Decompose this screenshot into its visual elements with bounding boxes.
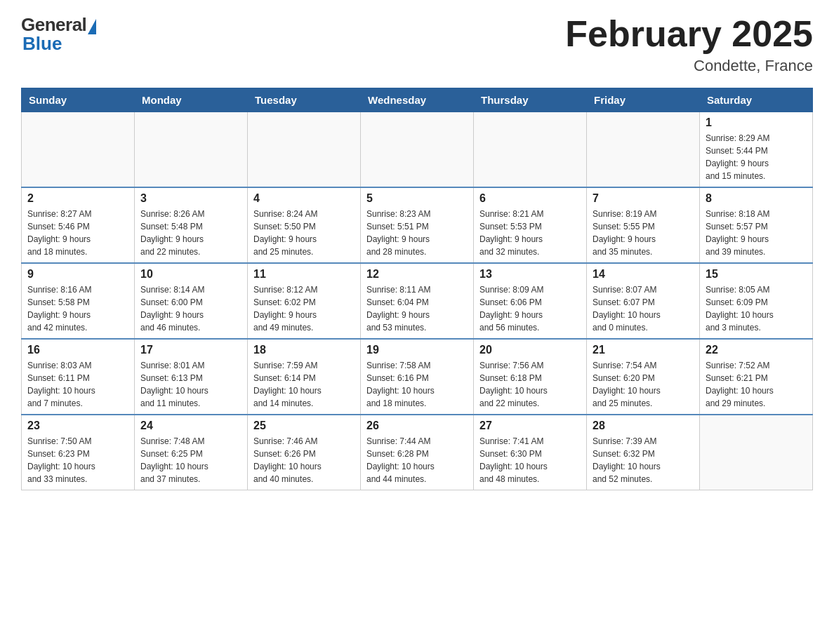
calendar-day-cell: 17Sunrise: 8:01 AMSunset: 6:13 PMDayligh… <box>135 339 248 415</box>
calendar-day-cell: 16Sunrise: 8:03 AMSunset: 6:11 PMDayligh… <box>22 339 135 415</box>
calendar-day-cell: 7Sunrise: 8:19 AMSunset: 5:55 PMDaylight… <box>587 187 700 263</box>
day-info: Sunrise: 8:16 AMSunset: 5:58 PMDaylight:… <box>27 283 128 334</box>
day-info: Sunrise: 7:39 AMSunset: 6:32 PMDaylight:… <box>593 435 694 485</box>
day-info: Sunrise: 8:03 AMSunset: 6:11 PMDaylight:… <box>27 359 128 410</box>
calendar-day-cell: 23Sunrise: 7:50 AMSunset: 6:23 PMDayligh… <box>22 415 135 490</box>
calendar-day-cell: 26Sunrise: 7:44 AMSunset: 6:28 PMDayligh… <box>361 415 474 490</box>
day-info: Sunrise: 8:26 AMSunset: 5:48 PMDaylight:… <box>140 208 241 258</box>
calendar-day-cell <box>587 112 700 188</box>
day-number: 2 <box>27 192 128 205</box>
calendar-day-cell: 21Sunrise: 7:54 AMSunset: 6:20 PMDayligh… <box>587 339 700 415</box>
day-number: 10 <box>140 268 241 281</box>
calendar-week-row: 2Sunrise: 8:27 AMSunset: 5:46 PMDaylight… <box>22 187 813 263</box>
calendar-day-cell: 5Sunrise: 8:23 AMSunset: 5:51 PMDaylight… <box>361 187 474 263</box>
day-info: Sunrise: 8:12 AMSunset: 6:02 PMDaylight:… <box>253 283 355 334</box>
calendar-day-header: Saturday <box>700 88 813 112</box>
calendar-day-cell: 22Sunrise: 7:52 AMSunset: 6:21 PMDayligh… <box>700 339 813 415</box>
day-number: 21 <box>593 344 694 356</box>
day-number: 4 <box>253 192 355 205</box>
calendar-day-cell: 13Sunrise: 8:09 AMSunset: 6:06 PMDayligh… <box>474 263 587 339</box>
day-number: 8 <box>706 192 807 205</box>
day-number: 15 <box>706 268 807 281</box>
day-number: 5 <box>366 192 468 205</box>
calendar-day-cell <box>361 112 474 188</box>
calendar-day-cell <box>22 112 135 188</box>
calendar-day-cell: 6Sunrise: 8:21 AMSunset: 5:53 PMDaylight… <box>474 187 587 263</box>
day-number: 12 <box>366 268 468 281</box>
calendar-day-header: Wednesday <box>361 88 474 112</box>
day-info: Sunrise: 8:29 AMSunset: 5:44 PMDaylight:… <box>706 132 807 182</box>
calendar-day-cell: 11Sunrise: 8:12 AMSunset: 6:02 PMDayligh… <box>248 263 361 339</box>
calendar-table: SundayMondayTuesdayWednesdayThursdayFrid… <box>21 88 813 490</box>
day-info: Sunrise: 7:54 AMSunset: 6:20 PMDaylight:… <box>593 359 694 410</box>
calendar-day-header: Tuesday <box>248 88 361 112</box>
day-info: Sunrise: 8:27 AMSunset: 5:46 PMDaylight:… <box>27 208 128 258</box>
calendar-week-row: 16Sunrise: 8:03 AMSunset: 6:11 PMDayligh… <box>22 339 813 415</box>
day-info: Sunrise: 7:48 AMSunset: 6:25 PMDaylight:… <box>140 435 241 485</box>
logo-blue-text: Blue <box>22 33 62 55</box>
day-info: Sunrise: 8:24 AMSunset: 5:50 PMDaylight:… <box>253 208 355 258</box>
calendar-day-cell: 18Sunrise: 7:59 AMSunset: 6:14 PMDayligh… <box>248 339 361 415</box>
day-info: Sunrise: 7:52 AMSunset: 6:21 PMDaylight:… <box>706 359 807 410</box>
calendar-day-cell <box>135 112 248 188</box>
calendar-day-header: Friday <box>587 88 700 112</box>
day-number: 18 <box>253 344 355 356</box>
calendar-day-cell: 12Sunrise: 8:11 AMSunset: 6:04 PMDayligh… <box>361 263 474 339</box>
calendar-day-cell: 9Sunrise: 8:16 AMSunset: 5:58 PMDaylight… <box>22 263 135 339</box>
day-info: Sunrise: 8:11 AMSunset: 6:04 PMDaylight:… <box>366 283 468 334</box>
day-number: 26 <box>366 420 468 432</box>
calendar-day-cell: 19Sunrise: 7:58 AMSunset: 6:16 PMDayligh… <box>361 339 474 415</box>
calendar-day-cell: 14Sunrise: 8:07 AMSunset: 6:07 PMDayligh… <box>587 263 700 339</box>
day-info: Sunrise: 8:19 AMSunset: 5:55 PMDaylight:… <box>593 208 694 258</box>
day-number: 23 <box>27 420 128 432</box>
day-number: 16 <box>27 344 128 356</box>
page-header: General Blue February 2025 Condette, Fra… <box>21 14 813 75</box>
calendar-day-cell: 27Sunrise: 7:41 AMSunset: 6:30 PMDayligh… <box>474 415 587 490</box>
day-number: 28 <box>593 420 694 432</box>
calendar-day-header: Thursday <box>474 88 587 112</box>
day-info: Sunrise: 8:05 AMSunset: 6:09 PMDaylight:… <box>706 283 807 334</box>
day-info: Sunrise: 8:21 AMSunset: 5:53 PMDaylight:… <box>479 208 581 258</box>
day-number: 11 <box>253 268 355 281</box>
calendar-day-cell: 8Sunrise: 8:18 AMSunset: 5:57 PMDaylight… <box>700 187 813 263</box>
day-number: 1 <box>706 116 807 129</box>
calendar-day-cell: 24Sunrise: 7:48 AMSunset: 6:25 PMDayligh… <box>135 415 248 490</box>
calendar-week-row: 9Sunrise: 8:16 AMSunset: 5:58 PMDaylight… <box>22 263 813 339</box>
calendar-day-header: Monday <box>135 88 248 112</box>
day-info: Sunrise: 7:44 AMSunset: 6:28 PMDaylight:… <box>366 435 468 485</box>
day-info: Sunrise: 8:14 AMSunset: 6:00 PMDaylight:… <box>140 283 241 334</box>
day-number: 19 <box>366 344 468 356</box>
day-info: Sunrise: 8:23 AMSunset: 5:51 PMDaylight:… <box>366 208 468 258</box>
calendar-day-cell: 15Sunrise: 8:05 AMSunset: 6:09 PMDayligh… <box>700 263 813 339</box>
page-subtitle: Condette, France <box>565 57 813 75</box>
calendar-day-cell <box>700 415 813 490</box>
day-info: Sunrise: 7:50 AMSunset: 6:23 PMDaylight:… <box>27 435 128 485</box>
day-info: Sunrise: 8:01 AMSunset: 6:13 PMDaylight:… <box>140 359 241 410</box>
day-info: Sunrise: 7:59 AMSunset: 6:14 PMDaylight:… <box>253 359 355 410</box>
day-number: 20 <box>479 344 581 356</box>
calendar-day-cell: 10Sunrise: 8:14 AMSunset: 6:00 PMDayligh… <box>135 263 248 339</box>
calendar-day-cell: 25Sunrise: 7:46 AMSunset: 6:26 PMDayligh… <box>248 415 361 490</box>
day-info: Sunrise: 7:58 AMSunset: 6:16 PMDaylight:… <box>366 359 468 410</box>
page-title: February 2025 <box>565 14 813 54</box>
day-info: Sunrise: 7:56 AMSunset: 6:18 PMDaylight:… <box>479 359 581 410</box>
calendar-week-row: 23Sunrise: 7:50 AMSunset: 6:23 PMDayligh… <box>22 415 813 490</box>
calendar-header-row: SundayMondayTuesdayWednesdayThursdayFrid… <box>22 88 813 112</box>
day-info: Sunrise: 7:41 AMSunset: 6:30 PMDaylight:… <box>479 435 581 485</box>
day-number: 13 <box>479 268 581 281</box>
calendar-day-header: Sunday <box>22 88 135 112</box>
calendar-day-cell: 20Sunrise: 7:56 AMSunset: 6:18 PMDayligh… <box>474 339 587 415</box>
calendar-day-cell <box>474 112 587 188</box>
calendar-day-cell: 2Sunrise: 8:27 AMSunset: 5:46 PMDaylight… <box>22 187 135 263</box>
day-number: 25 <box>253 420 355 432</box>
title-block: February 2025 Condette, France <box>565 14 813 75</box>
logo: General Blue <box>21 14 96 55</box>
calendar-day-cell: 1Sunrise: 8:29 AMSunset: 5:44 PMDaylight… <box>700 112 813 188</box>
calendar-day-cell: 4Sunrise: 8:24 AMSunset: 5:50 PMDaylight… <box>248 187 361 263</box>
day-number: 24 <box>140 420 241 432</box>
day-info: Sunrise: 7:46 AMSunset: 6:26 PMDaylight:… <box>253 435 355 485</box>
day-number: 27 <box>479 420 581 432</box>
day-number: 22 <box>706 344 807 356</box>
day-number: 9 <box>27 268 128 281</box>
calendar-day-cell: 3Sunrise: 8:26 AMSunset: 5:48 PMDaylight… <box>135 187 248 263</box>
